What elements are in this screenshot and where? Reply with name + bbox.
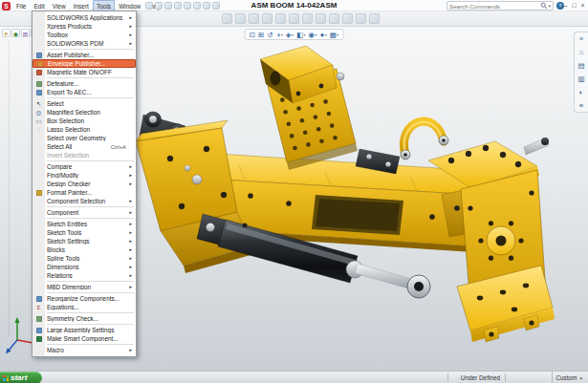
new-document-icon[interactable] — [145, 2, 153, 10]
close-button[interactable]: × — [579, 1, 586, 11]
ribbon-tool-icon[interactable] — [369, 13, 380, 24]
ribbon-tool-icon[interactable] — [222, 13, 232, 24]
ribbon-tool-icon[interactable] — [275, 13, 286, 24]
collapse-taskpane-icon[interactable]: « — [579, 34, 583, 43]
open-document-icon[interactable] — [155, 2, 163, 10]
menu-item-magnetic-mate-on-off[interactable]: Magnetic Mate ON/OFF — [33, 68, 136, 76]
menu-item-label: Box Selection — [47, 117, 133, 124]
search-icon — [540, 2, 548, 10]
display-style-button[interactable]: ◧▾ — [296, 30, 306, 40]
menubar-item-file[interactable]: File — [12, 0, 30, 12]
menu-item-blocks[interactable]: Blocks► — [33, 245, 136, 254]
propertymanager-tab[interactable]: ◆ — [11, 29, 20, 37]
menu-item-large-assembly-settings[interactable]: Large Assembly Settings — [33, 326, 136, 334]
menu-item-component[interactable]: Component► — [33, 208, 136, 217]
menu-item-sketch-tools[interactable]: Sketch Tools► — [33, 228, 136, 237]
menu-item-dimensions[interactable]: Dimensions► — [33, 263, 136, 271]
menu-item-component-selection[interactable]: Component Selection► — [33, 197, 136, 205]
menu-item-select-all[interactable]: Select AllCtrl+A — [33, 142, 136, 151]
configurationmanager-tab[interactable]: ⊞ — [21, 29, 30, 37]
appearances-scenes-icon[interactable]: ◐ — [579, 88, 584, 96]
definition-status: Under Defined — [461, 372, 500, 383]
ribbon-tool-icon[interactable] — [262, 13, 272, 24]
menu-item-export-to-aec[interactable]: Export To AEC... — [33, 88, 136, 96]
view-orientation-button[interactable]: ◈▾ — [286, 30, 294, 40]
apply-scene-button[interactable]: ▦▾ — [330, 30, 339, 40]
menu-item-lasso-selection[interactable]: ◌Lasso Selection — [33, 125, 136, 134]
solidworks-resources-icon[interactable]: ⌂ — [579, 48, 584, 56]
menu-item-spline-tools[interactable]: Spline Tools► — [33, 254, 136, 263]
menu-item-select[interactable]: ↖Select — [33, 99, 136, 108]
ribbon-tool-icon[interactable] — [342, 13, 353, 24]
undo-icon[interactable] — [184, 2, 191, 10]
menu-item-sketch-entities[interactable]: Sketch Entities► — [33, 220, 136, 228]
menu-item-format-painter[interactable]: Format Painter... — [33, 188, 136, 197]
ribbon-tool-icon[interactable] — [289, 13, 299, 24]
menu-item-label: Sketch Tools — [47, 229, 128, 236]
menu-item-defeature[interactable]: Defeature... — [33, 79, 136, 88]
heel-plate[interactable] — [260, 46, 358, 170]
menu-item-label: Sketch Settings — [47, 238, 128, 245]
menu-item-label: Find/Modify — [47, 172, 128, 179]
hide-show-items-button[interactable]: ◉▾ — [309, 30, 317, 40]
save-icon[interactable] — [164, 2, 172, 10]
start-button[interactable]: start — [0, 372, 42, 383]
edit-appearance-button[interactable]: ●▾ — [320, 30, 327, 40]
ribbon-tool-icon[interactable] — [316, 13, 326, 24]
quick-access-toolbar — [145, 2, 220, 10]
menu-item-symmetry-check[interactable]: Symmetry Check... — [33, 314, 136, 323]
zoom-fit-button[interactable]: ⊡ — [250, 30, 255, 40]
menu-item-toolbox[interactable]: Toolbox► — [33, 31, 136, 39]
featuremanager-tree-tab[interactable]: ≡ — [2, 29, 11, 37]
previous-view-button[interactable]: ↺ — [267, 30, 272, 40]
redo-icon[interactable] — [193, 2, 201, 10]
lifting-shackle[interactable] — [401, 121, 448, 160]
task-pane: «⌂▤▥◐≡ — [574, 32, 588, 113]
ribbon-tool-icon[interactable] — [249, 13, 259, 24]
menu-item-magnified-selection[interactable]: ◎Magnified Selection — [33, 108, 136, 117]
menu-item-select-over-geometry[interactable]: Select over Geometry — [33, 134, 136, 142]
custom-properties-icon[interactable]: ≡ — [579, 101, 583, 110]
menu-item-design-checker[interactable]: Design Checker► — [33, 180, 136, 188]
menu-item-mbd-dimension[interactable]: MBD Dimension► — [33, 283, 136, 291]
zoom-to-area-button[interactable]: ⊞ — [258, 30, 264, 40]
menu-item-macro[interactable]: Macro► — [33, 346, 136, 354]
menu-separator — [47, 218, 134, 219]
menu-item-find-modify[interactable]: Find/Modify► — [33, 171, 136, 180]
restore-button[interactable]: □ — [571, 1, 577, 11]
menu-item-sketch-settings[interactable]: Sketch Settings► — [33, 237, 136, 245]
menu-item-label: Magnified Selection — [47, 109, 133, 116]
ribbon-tool-icon[interactable] — [302, 13, 313, 24]
minimize-button[interactable]: – — [562, 1, 569, 11]
menu-item-equations[interactable]: ΣEquations... — [33, 303, 136, 311]
menu-item-relations[interactable]: Relations► — [33, 271, 136, 280]
design-library-icon[interactable]: ▤ — [577, 61, 584, 70]
command-search[interactable]: ▾ — [446, 1, 554, 11]
ribbon-tool-icon[interactable] — [329, 13, 339, 24]
menu-item-reorganize-components[interactable]: Reorganize Components... — [33, 294, 136, 303]
menu-item-invert-selection[interactable]: Invert Selection — [33, 151, 136, 160]
unit-system-selector[interactable]: Custom ▾ — [552, 372, 585, 383]
submenu-arrow-icon: ► — [128, 247, 133, 252]
ribbon-tool-icon[interactable] — [235, 13, 246, 24]
section-view-button[interactable]: ◑▾ — [276, 30, 283, 40]
rebuild-icon[interactable] — [203, 2, 210, 10]
menu-item-compare[interactable]: Compare► — [33, 162, 136, 171]
menu-item-label: Relations — [47, 272, 128, 279]
search-input[interactable] — [449, 2, 540, 10]
menu-item-make-smart-component[interactable]: Make Smart Component... — [33, 334, 136, 343]
start-button-label: start — [11, 372, 27, 383]
search-scope-caret-icon[interactable]: ▾ — [548, 2, 551, 10]
menu-item-box-selection[interactable]: ▭Box Selection — [33, 117, 136, 125]
menu-item-envelope-publisher[interactable]: Envelope Publisher... — [33, 59, 136, 68]
ribbon-tool-icon[interactable] — [356, 13, 366, 24]
submenu-arrow-icon: ► — [128, 41, 133, 46]
print-icon[interactable] — [174, 2, 182, 10]
file-explorer-icon[interactable]: ▥ — [577, 74, 584, 83]
menu-item-solidworks-pdm[interactable]: SOLIDWORKS PDM► — [33, 39, 136, 48]
menu-item-label: Envelope Publisher... — [48, 60, 132, 67]
menu-item-solidworks-applications[interactable]: SOLIDWORKS Applications► — [33, 13, 136, 22]
menu-item-xpress-products[interactable]: Xpress Products► — [33, 22, 136, 31]
menu-item-asset-publisher[interactable]: Asset Publisher... — [33, 51, 136, 59]
options-gear-icon[interactable] — [212, 2, 220, 10]
